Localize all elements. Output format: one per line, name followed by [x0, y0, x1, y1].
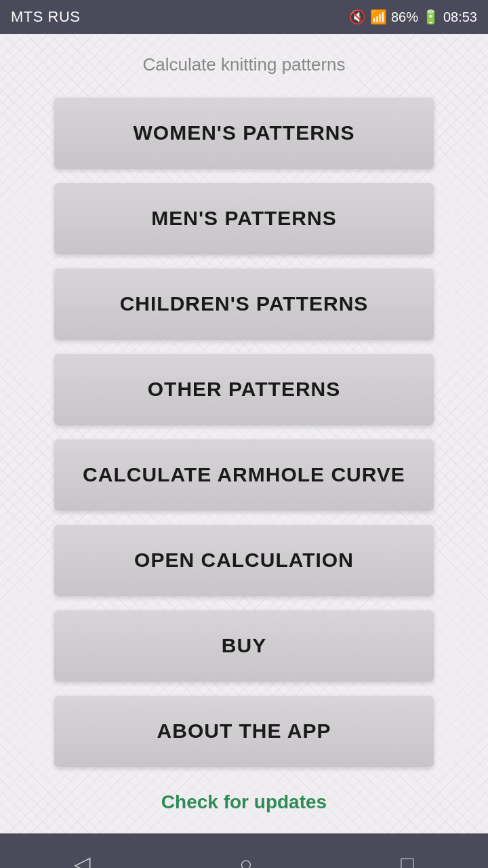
- time-label: 08:53: [443, 9, 477, 25]
- back-button[interactable]: [54, 844, 111, 868]
- calculate-armhole-button[interactable]: CALCULATE ARMHOLE CURVE: [54, 439, 434, 511]
- nav-bar: [0, 833, 488, 868]
- battery-label: 86%: [391, 9, 418, 25]
- mute-icon: 🔇: [349, 9, 366, 25]
- other-patterns-button[interactable]: OTHER PATTERNS: [54, 353, 434, 425]
- check-updates-link[interactable]: Check for updates: [161, 791, 327, 813]
- carrier-label: MTS RUS: [11, 8, 81, 26]
- about-the-app-button[interactable]: ABOUT THE APP: [54, 695, 434, 767]
- status-bar-right: 🔇 📶 86% 🔋 08:53: [349, 9, 477, 25]
- mens-patterns-button[interactable]: MEN'S PATTERNS: [54, 182, 434, 254]
- battery-icon: 🔋: [422, 9, 439, 25]
- open-calculation-button[interactable]: OPEN CALCULATION: [54, 524, 434, 596]
- womens-patterns-button[interactable]: WOMEN'S PATTERNS: [54, 97, 434, 169]
- main-content: Calculate knitting patterns WOMEN'S PATT…: [0, 34, 488, 833]
- recent-apps-button[interactable]: [380, 845, 434, 869]
- status-bar: MTS RUS 🔇 📶 86% 🔋 08:53: [0, 0, 488, 34]
- app-subtitle: Calculate knitting patterns: [142, 54, 345, 75]
- signal-icon: 📶: [370, 9, 387, 25]
- buy-button[interactable]: BUY: [54, 610, 434, 682]
- childrens-patterns-button[interactable]: CHILDREN'S PATTERNS: [54, 268, 434, 340]
- home-button[interactable]: [219, 845, 272, 869]
